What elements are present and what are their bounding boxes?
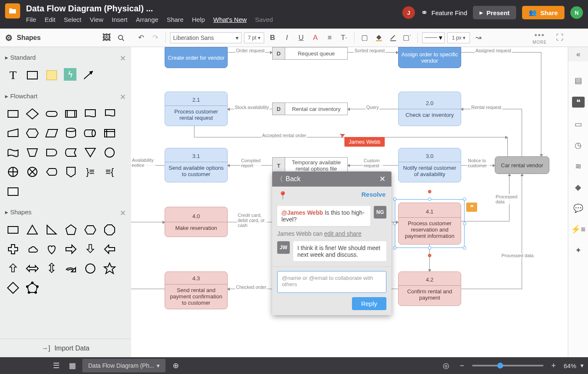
text-color-button[interactable]: A: [310, 32, 321, 44]
sticky-shape[interactable]: [45, 68, 59, 82]
node-3-0[interactable]: 3.0Notify rental customer of availabilit…: [398, 148, 461, 182]
rect-shape[interactable]: [25, 68, 39, 82]
text-shape[interactable]: T: [6, 68, 20, 82]
fc-multidoc[interactable]: [102, 107, 117, 121]
selection-handle[interactable]: [428, 198, 431, 201]
node-assign-order[interactable]: Assign order to specific vendor: [398, 47, 461, 68]
sh-cloud[interactable]: [25, 242, 39, 256]
selection-handle[interactable]: [393, 222, 396, 225]
zoom-slider[interactable]: [472, 365, 543, 366]
fc-card[interactable]: [6, 184, 20, 198]
close-icon[interactable]: ✕: [120, 208, 126, 218]
group-standard-header[interactable]: ▸ Standard ✕: [0, 50, 131, 67]
line-style-select[interactable]: ▾: [422, 32, 445, 43]
line-color-button[interactable]: [387, 32, 399, 44]
history-icon[interactable]: ◷: [574, 140, 583, 150]
fc-manual-op[interactable]: [25, 145, 39, 160]
fc-connector[interactable]: [102, 145, 117, 160]
sh-rect[interactable]: [6, 223, 20, 237]
node-create-order[interactable]: Create order for vendor: [165, 47, 228, 68]
sh-arrow-up[interactable]: [6, 261, 20, 276]
rail-collapse-button[interactable]: «: [568, 47, 588, 61]
align-button[interactable]: ≡: [324, 32, 336, 44]
datastore-inventory[interactable]: DRental car inventory: [272, 103, 348, 115]
grid-view-icon[interactable]: ▦: [66, 360, 78, 371]
sh-poly-edit[interactable]: [25, 281, 39, 295]
sh-arrow-right[interactable]: [64, 242, 78, 256]
presentation-icon[interactable]: ▭: [574, 119, 583, 129]
selection-handle[interactable]: [428, 246, 431, 250]
present-button[interactable]: ▸ Present: [473, 6, 516, 19]
diagram-canvas[interactable]: Create order for vendor DRequest queue A…: [131, 47, 568, 357]
fc-paper-tape[interactable]: [6, 145, 20, 160]
list-view-icon[interactable]: ☰: [50, 360, 62, 371]
datastore-request-queue[interactable]: DRequest queue: [272, 47, 348, 60]
fc-predefined[interactable]: [64, 107, 78, 121]
fullscreen-button[interactable]: ⛶: [556, 33, 564, 42]
magic-icon[interactable]: ✦: [574, 245, 583, 255]
fill-color-button[interactable]: [373, 32, 385, 44]
fc-brace-right[interactable]: }≡: [83, 165, 97, 179]
close-button[interactable]: ✕: [377, 174, 387, 184]
menu-arrange[interactable]: Arrange: [136, 16, 158, 23]
add-page-button[interactable]: ⊕: [170, 360, 181, 371]
fc-stored[interactable]: [64, 145, 78, 160]
italic-button[interactable]: I: [281, 32, 293, 44]
node-4-3[interactable]: 4.3Send rental and payment confirmation …: [165, 271, 228, 309]
fc-manual-input[interactable]: [6, 126, 20, 140]
back-button[interactable]: 〈Back: [276, 175, 301, 184]
menu-view[interactable]: View: [90, 16, 103, 23]
fc-display[interactable]: [45, 165, 59, 179]
page-tab[interactable]: Data Flow Diagram (Ph...▾: [82, 359, 165, 372]
app-file-icon[interactable]: [5, 3, 20, 18]
text-style-button[interactable]: T·: [338, 32, 350, 44]
undo-button[interactable]: ↶: [135, 32, 147, 44]
menu-file[interactable]: File: [26, 16, 36, 23]
node-4-0[interactable]: 4.0Make reservation: [165, 207, 228, 237]
menu-whatsnew[interactable]: What's New: [213, 16, 247, 23]
image-icon[interactable]: 🖼: [102, 33, 112, 43]
close-icon[interactable]: ✕: [120, 92, 126, 102]
fc-summing[interactable]: [25, 165, 39, 179]
selection-handle[interactable]: [463, 222, 466, 225]
share-button[interactable]: 👥 Share: [522, 6, 564, 19]
sh-arrow-ud[interactable]: [45, 261, 59, 276]
fc-decision[interactable]: [25, 107, 39, 121]
more-button[interactable]: ••• MORE: [533, 31, 547, 45]
selection-handle[interactable]: [393, 198, 396, 201]
rotate-handle[interactable]: [428, 190, 431, 193]
sh-hexagon[interactable]: [83, 223, 97, 237]
comment-badge-icon[interactable]: ❝: [466, 203, 477, 212]
collaborator-avatar[interactable]: J: [402, 6, 415, 19]
sh-circle[interactable]: [83, 261, 97, 276]
group-flowchart-header[interactable]: ▸ Flowchart ✕: [0, 88, 131, 106]
sh-righttri[interactable]: [45, 223, 59, 237]
zoom-in-button[interactable]: +: [548, 360, 559, 371]
page-icon[interactable]: ▤: [574, 76, 583, 85]
mention[interactable]: @James Webb: [281, 209, 323, 216]
edit-share-link[interactable]: edit and share: [324, 230, 362, 237]
zoom-level[interactable]: 64%: [564, 362, 576, 369]
sh-arrow-down[interactable]: [83, 242, 97, 256]
redo-button[interactable]: ↷: [150, 32, 161, 44]
fc-direct[interactable]: [83, 126, 97, 140]
node-3-1[interactable]: 3.1Send available options to customer: [165, 148, 228, 182]
sh-cross[interactable]: [6, 242, 20, 256]
sh-pentagon[interactable]: [64, 223, 78, 237]
sh-arrow-curve[interactable]: [64, 261, 78, 276]
underline-button[interactable]: U: [295, 32, 307, 44]
selection-handle[interactable]: [393, 246, 396, 250]
fc-internal[interactable]: [102, 126, 117, 140]
line-width-select[interactable]: 1 px ▾: [447, 32, 470, 43]
sh-star[interactable]: [102, 261, 117, 276]
node-2-1[interactable]: 2.1Process customer rental request: [165, 92, 228, 126]
font-size-select[interactable]: 7 pt ▾: [244, 32, 264, 43]
sh-diamond[interactable]: [6, 281, 20, 295]
target-icon[interactable]: ◎: [440, 360, 452, 371]
menu-edit[interactable]: Edit: [45, 16, 55, 23]
sh-arrow-lr[interactable]: [25, 261, 39, 276]
arrow-shape[interactable]: [81, 68, 96, 82]
shape-select-button[interactable]: ▢: [359, 32, 370, 44]
fc-terminator[interactable]: [45, 107, 59, 121]
gear-icon[interactable]: ⚙: [5, 33, 13, 43]
